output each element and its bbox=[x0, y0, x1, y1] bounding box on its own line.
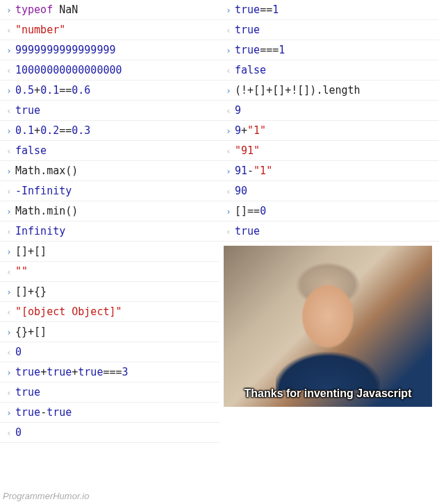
input-arrow-icon: › bbox=[3, 327, 15, 337]
code-token: 0.1 bbox=[15, 124, 34, 137]
watermark-text: ProgrammerHumor.io bbox=[3, 491, 90, 501]
console-code: 9999999999999999 bbox=[15, 44, 215, 56]
code-token: .max() bbox=[40, 165, 78, 177]
code-token: true bbox=[235, 24, 260, 36]
output-arrow-icon: ‹ bbox=[222, 106, 235, 116]
code-token: 1 bbox=[272, 3, 279, 16]
input-arrow-icon: › bbox=[222, 166, 235, 176]
console-output-row: ‹"" bbox=[0, 262, 220, 282]
code-token: NaN bbox=[59, 3, 78, 16]
console-code: (!+[]+[]+![]).length bbox=[235, 84, 435, 96]
console-column-right: ›true==1‹true›true===1‹false›(!+[]+[]+![… bbox=[220, 0, 439, 443]
output-arrow-icon: ‹ bbox=[3, 65, 15, 76]
input-arrow-icon: › bbox=[3, 5, 15, 15]
console-input-row: ›[]+{} bbox=[0, 282, 220, 302]
code-token: true bbox=[47, 406, 72, 419]
input-arrow-icon: › bbox=[3, 166, 15, 176]
code-token: (!+[]+[]+![]).length bbox=[235, 84, 361, 96]
console-code: "" bbox=[15, 265, 215, 278]
console-output-row: ‹"91" bbox=[220, 141, 439, 161]
code-token: {}+[] bbox=[15, 326, 47, 338]
output-arrow-icon: ‹ bbox=[222, 65, 235, 76]
code-token: true bbox=[15, 104, 40, 117]
console-input-row: ›Math.max() bbox=[0, 161, 220, 181]
input-arrow-icon: › bbox=[222, 85, 235, 96]
code-token: 9 bbox=[235, 104, 241, 117]
code-token: 3 bbox=[122, 366, 129, 378]
input-arrow-icon: › bbox=[3, 126, 15, 136]
console-code: []+[] bbox=[15, 245, 215, 258]
input-arrow-icon: › bbox=[222, 45, 235, 56]
input-arrow-icon: › bbox=[3, 408, 15, 418]
console-input-row: ›true==1 bbox=[220, 0, 439, 20]
input-arrow-icon: › bbox=[3, 287, 15, 297]
console-input-row: ›9+"1" bbox=[220, 121, 439, 141]
input-arrow-icon: › bbox=[3, 246, 15, 257]
console-output-row: ‹-Infinity bbox=[0, 181, 220, 201]
console-code: Math.max() bbox=[15, 165, 215, 177]
console-output-row: ‹0 bbox=[0, 342, 220, 362]
console-output-row: ‹0 bbox=[0, 423, 220, 443]
console-code: true==1 bbox=[235, 3, 435, 16]
console-input-row: ›typeof NaN bbox=[0, 0, 220, 20]
console-code: "[object Object]" bbox=[15, 305, 215, 318]
code-token: Infinity bbox=[15, 225, 65, 237]
output-arrow-icon: ‹ bbox=[3, 146, 15, 156]
code-token: 0.1 bbox=[40, 84, 59, 96]
console-input-row: ›{}+[] bbox=[0, 322, 220, 342]
code-token: 0.2 bbox=[40, 124, 59, 137]
console-code: 0.5+0.1==0.6 bbox=[15, 84, 215, 96]
code-token: false bbox=[15, 144, 47, 157]
output-arrow-icon: ‹ bbox=[3, 106, 15, 116]
console-code: true-true bbox=[15, 406, 215, 419]
console-output-row: ‹90 bbox=[220, 181, 439, 201]
code-token: - bbox=[247, 165, 254, 177]
code-token: 0 bbox=[15, 426, 22, 439]
output-arrow-icon: ‹ bbox=[3, 226, 15, 237]
console-input-row: ›0.5+0.1==0.6 bbox=[0, 81, 220, 101]
console-output-row: ‹10000000000000000 bbox=[0, 60, 220, 81]
console-code: 90 bbox=[235, 185, 435, 197]
output-arrow-icon: ‹ bbox=[3, 307, 15, 317]
code-token: .min() bbox=[40, 205, 78, 217]
console-code: Math.min() bbox=[15, 205, 215, 217]
code-token: true bbox=[235, 3, 260, 16]
console-output-row: ‹true bbox=[220, 221, 439, 242]
console-code: true bbox=[235, 225, 435, 237]
console-code: true bbox=[15, 104, 215, 117]
console-code: false bbox=[235, 64, 435, 76]
code-token: "number" bbox=[15, 24, 65, 36]
console-code: 9 bbox=[235, 104, 435, 117]
console-output-row: ‹true bbox=[220, 20, 439, 40]
console-input-row: ›true+true+true===3 bbox=[0, 362, 220, 383]
console-code: true bbox=[235, 24, 435, 36]
code-token: false bbox=[235, 64, 266, 76]
code-token: 1 bbox=[279, 44, 285, 56]
code-token: "1" bbox=[254, 165, 272, 177]
output-arrow-icon: ‹ bbox=[3, 428, 15, 438]
code-token: 0.6 bbox=[72, 84, 90, 96]
console-code: []==0 bbox=[235, 205, 435, 217]
console-input-row: ›[]==0 bbox=[220, 201, 439, 221]
code-token: 91 bbox=[235, 165, 247, 177]
code-token: "91" bbox=[235, 144, 260, 157]
console-container: ›typeof NaN‹"number"›9999999999999999‹10… bbox=[0, 0, 439, 443]
console-code: []+{} bbox=[15, 285, 215, 298]
console-code: 0 bbox=[15, 346, 215, 358]
console-output-row: ‹true bbox=[0, 101, 220, 121]
console-input-row: ›Math.min() bbox=[0, 201, 220, 221]
console-code: Infinity bbox=[15, 225, 215, 237]
code-token: 0.5 bbox=[15, 84, 34, 96]
console-code: 0.1+0.2==0.3 bbox=[15, 124, 215, 137]
console-input-row: ›9999999999999999 bbox=[0, 40, 220, 60]
code-token: []+[] bbox=[15, 245, 47, 258]
code-token: === bbox=[260, 44, 279, 56]
code-token: []+{} bbox=[15, 285, 47, 298]
console-code: "number" bbox=[15, 24, 215, 36]
code-token: "" bbox=[15, 265, 28, 278]
output-arrow-icon: ‹ bbox=[3, 25, 15, 35]
console-code: false bbox=[15, 144, 215, 157]
input-arrow-icon: › bbox=[3, 367, 15, 378]
code-token: == bbox=[59, 124, 72, 137]
code-token: 0 bbox=[15, 346, 22, 358]
